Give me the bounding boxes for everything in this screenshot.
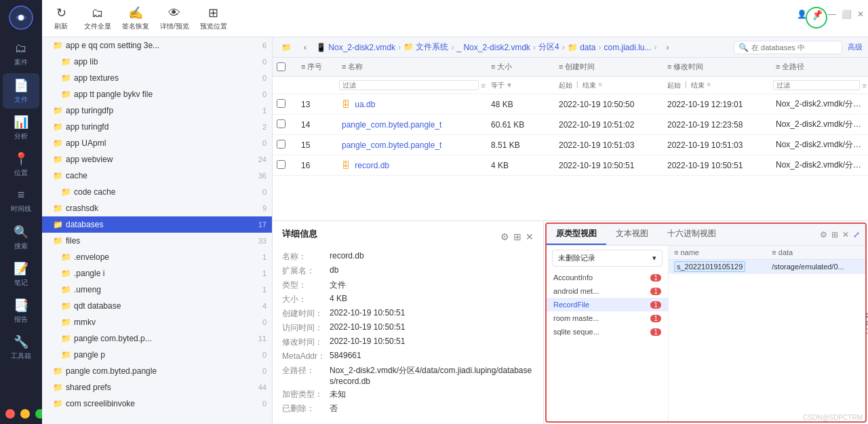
preview-pos-button[interactable]: ⊞ 预览位置 (200, 5, 227, 31)
close-icon[interactable]: ✕ (857, 9, 864, 19)
tree-item[interactable]: 📁 app turingdfp 1 (42, 102, 272, 119)
sidebar-item-search[interactable]: 🔍 搜索 (3, 220, 39, 255)
tree-item[interactable]: 📁 app textures 0 (42, 70, 272, 86)
tree-item[interactable]: 📁 .envelope 1 (42, 249, 272, 265)
sidebar-item-report[interactable]: 📑 报告 (3, 293, 39, 328)
created-filter-icon[interactable]: ≡ (599, 81, 603, 90)
col-seq[interactable]: ≡ 序号 (297, 62, 338, 72)
back-button[interactable]: ‹ (297, 39, 313, 56)
sidebar-item-timeline[interactable]: ≡ 时间线 (3, 183, 39, 218)
row-checkbox[interactable] (273, 160, 297, 171)
row-name[interactable]: pangle_com.byted.pangle_t (338, 120, 487, 130)
row-name[interactable]: 🗄 ua.db (338, 100, 487, 109)
more-button[interactable]: › (660, 39, 676, 56)
pin-icon[interactable]: 📌 (812, 9, 823, 19)
tree-item[interactable]: 📁 .umeng 1 (42, 282, 272, 298)
name-filter-input[interactable] (339, 80, 479, 90)
sidebar-item-analysis[interactable]: 📊 分析 (3, 110, 39, 145)
db-viewer-popout-icon[interactable]: ⤢ (853, 230, 860, 239)
folder-icon[interactable]: 📁 (278, 39, 294, 56)
tab-hex[interactable]: 十六进制视图 (658, 224, 726, 245)
db-filter-button[interactable]: 未删除记录 ▾ (552, 250, 663, 267)
sidebar-item-cases[interactable]: 🗂 案件 (3, 37, 39, 72)
search-input[interactable] (751, 43, 845, 52)
minimize-icon[interactable]: — (828, 9, 836, 19)
db-table-item[interactable]: RecordFile 1 (547, 298, 668, 311)
col-created[interactable]: ≡ 创建时间 (555, 62, 663, 72)
tree-item[interactable]: 📁 app tt pangle bykv file 0 (42, 86, 272, 102)
table-row[interactable]: 13 🗄 ua.db 48 KB 2022-10-19 10:50:50 202… (273, 94, 868, 115)
tree-item[interactable]: 📁 .pangle i 1 (42, 265, 272, 282)
row-checkbox[interactable] (273, 140, 297, 151)
detail-expand-icon[interactable]: ⊞ (513, 231, 521, 242)
breadcrumb-item-0[interactable]: 📱 Nox_2-disk2.vmdk (316, 43, 395, 52)
breadcrumb-item-5[interactable]: com.jiadi.lu... (604, 43, 652, 52)
breadcrumb-item-4[interactable]: 📁 data (568, 43, 596, 52)
file-link[interactable]: pangle_com.byted.pangle_t (342, 120, 441, 130)
tree-item[interactable]: 📁 files 33 (42, 233, 272, 249)
file-link[interactable]: pangle_com.byted.pangle_t (342, 140, 441, 150)
tree-item[interactable]: 📁 databases 17 (42, 216, 272, 233)
table-row[interactable]: 14 pangle_com.byted.pangle_t 60.61 KB 20… (273, 115, 868, 135)
db-table-item[interactable]: AccountInfo 1 (547, 271, 668, 284)
table-row[interactable]: 16 🗄 record.db 4 KB 2022-10-19 10:50:51 … (273, 155, 868, 176)
db-table-item[interactable]: android met... 1 (547, 284, 668, 298)
tree-item[interactable]: 📁 pangle com.byted.pangle 0 (42, 363, 272, 379)
detail-close-icon[interactable]: ✕ (526, 231, 534, 242)
user-icon[interactable]: 👤 (797, 9, 807, 19)
tree-item[interactable]: 📁 app lib 0 (42, 54, 272, 70)
tree-item[interactable]: 📁 app turingfd 2 (42, 119, 272, 135)
tab-original[interactable]: 原类型视图 (547, 224, 606, 245)
db-table-item[interactable]: room maste... 1 (547, 311, 668, 325)
table-row[interactable]: 15 pangle_com.byted.pangle_t 8.51 KB 202… (273, 135, 868, 155)
select-all-checkbox[interactable] (277, 62, 285, 71)
row-checkbox[interactable] (273, 119, 297, 130)
col-name[interactable]: ≡ 名称 (338, 62, 487, 72)
breadcrumb-item-1[interactable]: 📁 文件系统 (403, 41, 448, 53)
tree-item[interactable]: 📁 mmkv 0 (42, 314, 272, 330)
close-button[interactable] (5, 409, 15, 419)
sidebar-item-file[interactable]: 📄 文件 (3, 73, 39, 109)
tree-item[interactable]: 📁 code cache 0 (42, 184, 272, 200)
row-name[interactable]: pangle_com.byted.pangle_t (338, 140, 487, 150)
tree-item[interactable]: 📁 app webview 24 (42, 151, 272, 168)
tree-item[interactable]: 📁 com screelibinvoke 0 (42, 396, 272, 412)
tree-item[interactable]: 📁 qdt database 4 (42, 298, 272, 314)
file-link[interactable]: record.db (355, 161, 389, 170)
breadcrumb-item-3[interactable]: 分区4 (538, 41, 559, 53)
tree-item[interactable]: 📁 pangle com.byted.p... 11 (42, 330, 272, 347)
tab-text[interactable]: 文本视图 (606, 224, 658, 245)
file-all-button[interactable]: 🗂 文件全显 (84, 6, 111, 31)
tree-item[interactable]: 📁 app UApml 0 (42, 135, 272, 151)
breadcrumb-item-2[interactable]: _ Nox_2-disk2.vmdk (456, 43, 530, 52)
db-data-row[interactable]: s_20221019105129 /storage/emulated/0... (669, 260, 865, 274)
path-filter-input[interactable] (773, 80, 860, 90)
sidebar-item-location[interactable]: 📍 位置 (3, 147, 39, 182)
db-viewer-expand-icon[interactable]: ⊞ (831, 230, 838, 239)
row-checkbox[interactable] (273, 99, 297, 110)
path-filter-icon[interactable]: ≡ (863, 81, 867, 90)
sidebar-item-notes[interactable]: 📝 笔记 (3, 256, 39, 292)
db-table-item[interactable]: sqlite seque... 1 (547, 325, 668, 339)
sign-restore-button[interactable]: ✍ 签名恢复 (122, 5, 149, 31)
tree-item[interactable]: 📁 shared prefs 44 (42, 379, 272, 396)
col-modified[interactable]: ≡ 修改时间 (663, 62, 772, 72)
modified-filter-icon[interactable]: ≡ (707, 81, 711, 90)
window-icon[interactable]: ⬜ (842, 9, 852, 19)
details-button[interactable]: 👁 详情/预览 (160, 6, 189, 31)
file-link[interactable]: ua.db (355, 100, 375, 109)
tree-item[interactable]: 📁 pangle p 0 (42, 347, 272, 363)
row-name[interactable]: 🗄 record.db (338, 161, 487, 170)
sidebar-item-tools[interactable]: 🔧 工具箱 (3, 330, 39, 365)
minimize-button[interactable] (20, 409, 30, 419)
db-viewer-close-icon[interactable]: ✕ (842, 230, 849, 239)
refresh-button[interactable]: ↻ 刷新 (49, 5, 73, 31)
col-path[interactable]: ≡ 全路径 (772, 62, 868, 72)
db-cell-name[interactable]: s_20221019105129 (669, 260, 766, 274)
db-viewer-settings-icon[interactable]: ⚙ (820, 230, 827, 239)
tree-item[interactable]: 📁 crashsdk 9 (42, 200, 272, 216)
detail-settings-icon[interactable]: ⚙ (500, 231, 509, 242)
name-filter-icon[interactable]: ≡ (481, 81, 486, 90)
advanced-search-button[interactable]: 高级 (848, 42, 863, 52)
tree-item[interactable]: 📁 app e qq com setting 3e... 6 (42, 37, 272, 54)
